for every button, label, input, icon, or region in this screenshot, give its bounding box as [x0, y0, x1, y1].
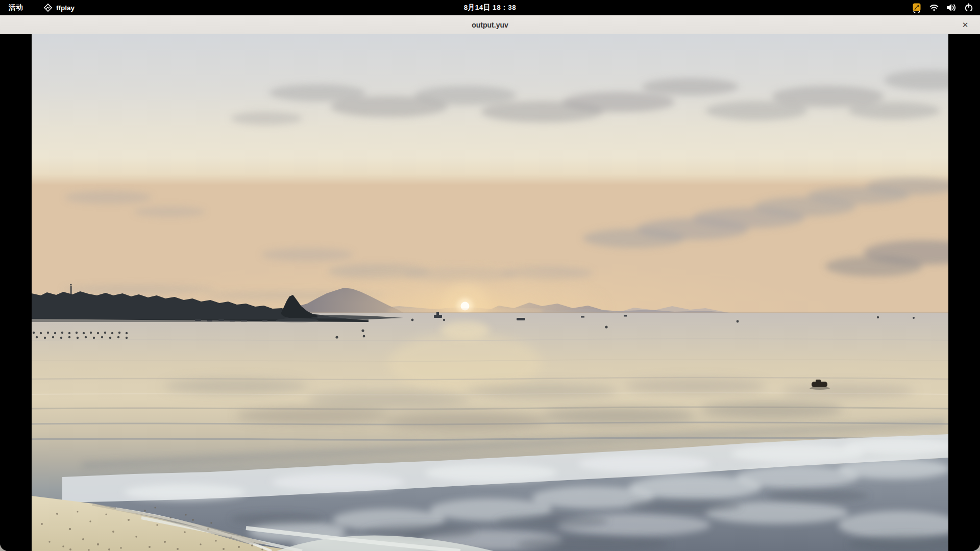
sunset-beach-frame [32, 34, 948, 551]
clock-label: 8月14日 18：38 [464, 3, 516, 12]
gnome-top-bar: 活动 ffplay 8月14日 18：38 [0, 0, 980, 15]
close-button[interactable]: ✕ [957, 15, 974, 34]
clock[interactable]: 8月14日 18：38 [0, 0, 980, 15]
ffplay-window: output.yuv ✕ [0, 15, 980, 551]
volume-icon[interactable] [946, 3, 957, 13]
wifi-icon[interactable] [929, 3, 939, 13]
window-titlebar[interactable]: output.yuv ✕ [0, 15, 980, 35]
power-icon[interactable] [964, 3, 974, 13]
update-badge-icon[interactable] [911, 2, 922, 13]
window-title: output.yuv [472, 21, 508, 29]
video-letterbox [0, 34, 980, 551]
video-display[interactable] [32, 34, 948, 551]
system-tray [911, 0, 980, 15]
